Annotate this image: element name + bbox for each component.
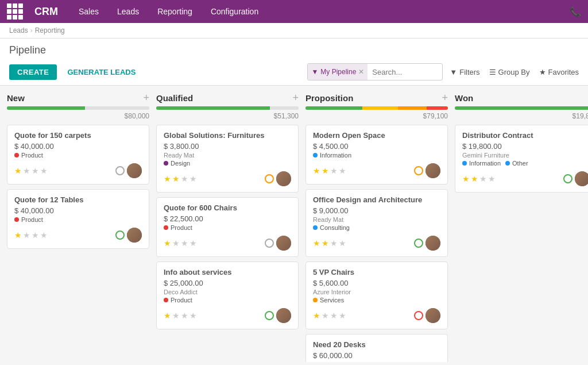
status-icon[interactable]: [414, 166, 423, 175]
search-input[interactable]: [368, 68, 442, 76]
groupby-button[interactable]: ☰ Group By: [489, 68, 530, 76]
card-subtitle: Azure Interior: [313, 289, 440, 295]
col-title-qualified: Qualified: [156, 93, 193, 103]
kanban-card[interactable]: Info about services $ 25,000.00 Deco Add…: [156, 262, 299, 329]
card-amount: $ 40,000.00: [14, 206, 142, 215]
col-header-proposition: Proposition +: [305, 93, 448, 103]
status-icon[interactable]: [414, 239, 423, 248]
avatar: [425, 236, 440, 251]
avatar-image: [575, 171, 588, 186]
search-tag-close[interactable]: ✕: [358, 68, 364, 76]
avatar-image: [127, 163, 142, 178]
star-filled: ★: [313, 239, 320, 248]
col-title-new: New: [7, 93, 25, 103]
tag-dot: [313, 153, 318, 157]
tag-dot: [313, 225, 318, 230]
col-add-qualified[interactable]: +: [292, 93, 299, 103]
tag-label: Product: [171, 297, 192, 303]
col-add-proposition[interactable]: +: [442, 93, 448, 103]
kanban-col-qualified: Qualified + $51,300 Global Solutions: Fu…: [156, 93, 299, 355]
card-amount: $ 5,600.00: [313, 279, 440, 287]
status-icon[interactable]: [563, 174, 572, 183]
star-empty: ★: [23, 166, 30, 175]
card-footer: ★★★★: [313, 236, 440, 251]
kanban-col-new: New + $80,000 Quote for 150 carpets $ 40…: [7, 93, 149, 355]
progress-segment: [305, 106, 362, 110]
breadcrumb-leads[interactable]: Leads: [9, 26, 28, 34]
card-footer: ★★★★: [14, 228, 142, 243]
toolbar-right: ▼ My Pipeline ✕ ▼ Filters ☰ Group By ★ F…: [307, 63, 579, 80]
card-tag: Product: [164, 224, 192, 231]
status-icon[interactable]: [265, 311, 274, 320]
card-title: Quote for 150 carpets: [14, 131, 142, 140]
tag-label: Design: [171, 160, 190, 167]
generate-leads-button[interactable]: GENERATE LEADS: [61, 64, 141, 80]
status-icon[interactable]: [115, 166, 125, 175]
app-switcher-icon[interactable]: [7, 3, 23, 20]
tag-label: Product: [171, 224, 192, 231]
progress-segment: [362, 106, 398, 110]
card-icons: [265, 308, 291, 323]
toolbar: CREATE GENERATE LEADS ▼ My Pipeline ✕ ▼ …: [0, 59, 588, 86]
progress-segment: [156, 106, 270, 110]
kanban-card[interactable]: Quote for 12 Tables $ 40,000.00 Product …: [7, 189, 149, 249]
col-add-new[interactable]: +: [143, 93, 149, 103]
col-header-qualified: Qualified +: [156, 93, 299, 103]
col-amount-qualified: $51,300: [156, 112, 299, 120]
col-header-won: Won +: [455, 93, 588, 103]
breadcrumb-reporting[interactable]: Reporting: [35, 26, 65, 34]
card-icons: [414, 236, 440, 251]
kanban-card[interactable]: Quote for 150 carpets $ 40,000.00 Produc…: [7, 125, 149, 185]
search-area: ▼ My Pipeline ✕: [307, 63, 443, 80]
kanban-card[interactable]: Distributor Contract $ 19,800.00 Gemini …: [455, 125, 588, 193]
tag-label: Product: [21, 216, 43, 223]
kanban-card[interactable]: Need 20 Desks $ 60,000.00 Consulting ★★★…: [305, 334, 448, 362]
search-tag: ▼ My Pipeline ✕: [308, 64, 368, 80]
card-subtitle: Ready Mat: [313, 216, 440, 223]
nav-leads[interactable]: Leads: [114, 5, 142, 18]
star-empty: ★: [181, 311, 188, 320]
filter-icon: ▼: [450, 68, 457, 76]
star-empty: ★: [488, 174, 496, 183]
star-filled: ★: [172, 174, 180, 183]
tag-dot: [14, 153, 19, 157]
card-tag2: Other: [505, 160, 528, 167]
card-amount: $ 22,500.00: [164, 214, 291, 223]
tag-label: Information: [469, 160, 501, 167]
card-footer: ★★★★: [313, 163, 440, 178]
kanban-card[interactable]: Office Design and Architecture $ 9,000.0…: [305, 189, 448, 257]
status-icon[interactable]: [115, 230, 125, 240]
kanban-card[interactable]: Quote for 600 Chairs $ 22,500.00 Product…: [156, 197, 299, 257]
star-empty: ★: [330, 166, 338, 175]
star-empty: ★: [339, 166, 346, 175]
favorites-button[interactable]: ★ Favorites: [539, 68, 579, 76]
status-icon[interactable]: [265, 174, 274, 183]
card-tag: Product: [164, 297, 192, 303]
create-button[interactable]: CREATE: [9, 64, 57, 80]
progress-segment: [85, 106, 149, 110]
filters-button[interactable]: ▼ Filters: [450, 68, 479, 76]
card-title: Global Solutions: Furnitures: [164, 131, 291, 140]
nav-configuration[interactable]: Configuration: [207, 5, 262, 18]
status-icon[interactable]: [414, 311, 423, 320]
card-stars: ★★★★: [462, 174, 496, 183]
status-icon[interactable]: [265, 239, 274, 248]
kanban-card[interactable]: Modern Open Space $ 4,500.00 Information…: [305, 125, 448, 185]
kanban-card[interactable]: Global Solutions: Furnitures $ 3,800.00 …: [156, 125, 299, 193]
nav-sales[interactable]: Sales: [75, 5, 102, 18]
tag2-label: Other: [512, 160, 528, 167]
card-amount: $ 3,800.00: [164, 142, 291, 151]
avatar-image: [425, 163, 440, 178]
kanban-card[interactable]: 5 VP Chairs $ 5,600.00 Azure Interior Se…: [305, 262, 448, 329]
avatar: [425, 308, 440, 323]
breadcrumb-separator: ›: [30, 26, 33, 34]
col-header-new: New +: [7, 93, 149, 103]
kanban-col-won: Won + $19,800 Distributor Contract $ 19,…: [455, 93, 588, 355]
card-tag: Information: [313, 152, 351, 159]
avatar: [425, 163, 440, 178]
col-amount-new: $80,000: [7, 112, 149, 120]
avatar-image: [425, 236, 440, 251]
nav-reporting[interactable]: Reporting: [154, 5, 196, 18]
card-tag: Design: [164, 160, 190, 167]
star-empty: ★: [189, 174, 197, 183]
